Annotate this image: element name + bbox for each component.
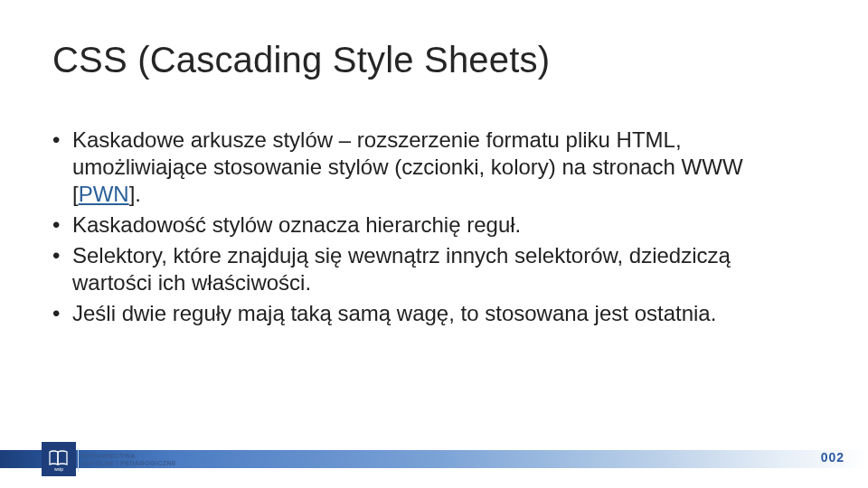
- caption-line-2: SZKOLNE I PEDAGOGICZNE: [81, 460, 176, 466]
- caption-line-1: WYDAWNICTWA: [81, 453, 136, 459]
- bullet-item: Kaskadowość stylów oznacza hierarchię re…: [52, 211, 816, 239]
- bullet-text-pre: Kaskadowe arkusze stylów – rozszerzenie …: [72, 127, 743, 179]
- slide: CSS (Cascading Style Sheets) Kaskadowe a…: [0, 0, 868, 488]
- book-icon: wsip: [45, 446, 72, 473]
- slide-title: CSS (Cascading Style Sheets): [52, 40, 550, 80]
- publisher-logo: wsip: [42, 442, 76, 476]
- page-number: 002: [821, 450, 844, 465]
- citation-bracket-open: [: [72, 182, 79, 206]
- bullet-text-post: .: [135, 182, 141, 206]
- publisher-caption: WYDAWNICTWA SZKOLNE I PEDAGOGICZNE: [81, 453, 176, 466]
- footer-divider: [78, 448, 79, 472]
- bullet-text: Jeśli dwie reguły mają taką samą wagę, t…: [72, 301, 716, 325]
- bullet-item: Kaskadowe arkusze stylów – rozszerzenie …: [52, 127, 816, 208]
- bullet-text: Selektory, które znajdują się wewnątrz i…: [72, 243, 731, 295]
- logo-text: wsip: [54, 466, 63, 472]
- bullet-item: Selektory, które znajdują się wewnątrz i…: [52, 242, 816, 296]
- citation-link[interactable]: PWN: [79, 182, 129, 206]
- bullet-text: Kaskadowość stylów oznacza hierarchię re…: [72, 212, 521, 237]
- slide-body: Kaskadowe arkusze stylów – rozszerzenie …: [52, 127, 816, 331]
- bullet-item: Jeśli dwie reguły mają taką samą wagę, t…: [52, 300, 816, 327]
